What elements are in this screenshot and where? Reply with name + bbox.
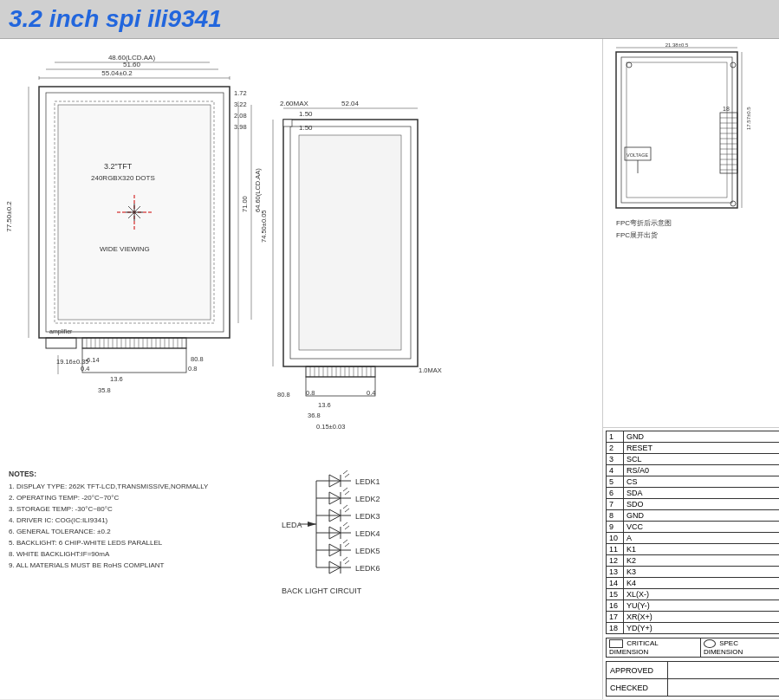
pin-number: 17: [607, 612, 624, 623]
pin-name: K2: [624, 555, 780, 567]
svg-text:52.04: 52.04: [341, 100, 360, 107]
svg-text:74.50±0.05: 74.50±0.05: [260, 211, 268, 243]
svg-text:48.60(LCD.AA): 48.60(LCD.AA): [108, 54, 156, 62]
pin-number: 14: [607, 578, 624, 589]
pin-number: 3: [607, 454, 624, 465]
fpc-svg: VOLTAGE 18: [607, 43, 779, 303]
legend-table: CRITICAL DIMENSION SPEC DIMENSION: [606, 638, 779, 658]
svg-text:1.72: 1.72: [234, 89, 247, 97]
svg-text:NOTES:: NOTES:: [9, 470, 36, 478]
svg-line-123: [345, 526, 349, 529]
svg-line-110: [343, 488, 347, 491]
critical-icon: [609, 639, 623, 648]
svg-text:240RGBX320 DOTS: 240RGBX320 DOTS: [91, 174, 155, 182]
svg-text:36.8: 36.8: [308, 412, 321, 419]
svg-line-117: [345, 509, 349, 512]
svg-text:6. GENERAL TOLERANCE: ±0.2: 6. GENERAL TOLERANCE: ±0.2: [9, 528, 111, 535]
pin-number: 1: [607, 431, 624, 443]
pin-number: 8: [607, 510, 624, 522]
pin-name: YU(Y-): [624, 600, 780, 612]
svg-line-129: [345, 543, 349, 547]
pin-name: XL(X-): [624, 589, 780, 600]
svg-text:WIDE VIEWING: WIDE VIEWING: [100, 245, 150, 253]
svg-text:18: 18: [723, 106, 730, 112]
svg-text:0.8: 0.8: [188, 365, 197, 373]
svg-text:8. WHITE BACKLIGHT:IF=90mA: 8. WHITE BACKLIGHT:IF=90mA: [9, 550, 110, 558]
pin-name: YD(Y+): [624, 623, 780, 634]
fpc-diagram: VOLTAGE 18: [603, 39, 779, 428]
svg-line-135: [345, 561, 349, 564]
approved-label: APPROVED: [607, 662, 668, 679]
pin-name: RESET: [624, 443, 780, 454]
pin-number: 15: [607, 589, 624, 600]
pin-name: K3: [624, 567, 780, 578]
svg-text:0.15±0.03: 0.15±0.03: [316, 423, 345, 431]
svg-text:0.4: 0.4: [81, 365, 89, 373]
right-panel: VOLTAGE 18: [602, 39, 779, 699]
svg-text:80.8: 80.8: [277, 391, 290, 399]
svg-line-122: [343, 522, 347, 526]
svg-text:LEDA: LEDA: [282, 521, 302, 529]
approved-value: [667, 662, 779, 679]
checked-label: CHECKED: [607, 679, 668, 697]
pin-number: 16: [607, 600, 624, 612]
svg-text:LEDK1: LEDK1: [355, 477, 380, 486]
pin-number: 13: [607, 567, 624, 578]
svg-text:LEDK6: LEDK6: [355, 564, 380, 573]
svg-point-172: [730, 201, 736, 206]
svg-text:2.08: 2.08: [234, 112, 247, 120]
svg-line-116: [343, 505, 347, 509]
title-bar: 3.2 inch spi ili9341: [0, 0, 779, 39]
pin-table-section: 1GND2RESET3SCL4RS/A05CS6SDA7SDO8GND9VCC1…: [603, 428, 779, 699]
svg-text:51.60: 51.60: [123, 61, 141, 68]
svg-rect-68: [299, 135, 401, 350]
page-title: 3.2 inch spi ili9341: [9, 5, 222, 32]
pin-name: GND: [624, 510, 780, 522]
spec-legend: SPEC DIMENSION: [700, 638, 779, 658]
svg-text:LEDK2: LEDK2: [355, 495, 380, 503]
svg-text:1. DISPLAY TYPE: 262K TFT-LCD,: 1. DISPLAY TYPE: 262K TFT-LCD,TRANSMISSI…: [9, 483, 209, 490]
pin-name: XR(X+): [624, 612, 780, 623]
pin-name: A: [624, 533, 780, 544]
svg-text:3. STORAGE TEMP: -30°C~80°C: 3. STORAGE TEMP: -30°C~80°C: [9, 505, 113, 513]
svg-text:64.60(LCD.AA): 64.60(LCD.AA): [254, 168, 262, 212]
svg-text:0.8: 0.8: [306, 389, 315, 397]
svg-rect-153: [626, 62, 727, 198]
page-container: 3.2 inch spi ili9341: [0, 0, 779, 700]
pin-table: 1GND2RESET3SCL4RS/A05CS6SDA7SDO8GND9VCC1…: [606, 431, 779, 634]
svg-text:21.38±0.5: 21.38±0.5: [665, 43, 689, 48]
svg-text:amplifier: amplifier: [49, 328, 73, 335]
svg-text:1.50: 1.50: [299, 110, 313, 118]
spec-icon: [704, 639, 716, 648]
svg-text:6.14: 6.14: [87, 356, 100, 364]
svg-text:0.4: 0.4: [367, 389, 375, 397]
svg-text:2. OPERATING TEMP: -20°C~70°C: 2. OPERATING TEMP: -20°C~70°C: [9, 494, 119, 502]
svg-text:13.6: 13.6: [318, 401, 331, 409]
svg-text:LEDK4: LEDK4: [355, 529, 380, 538]
pin-number: 4: [607, 465, 624, 476]
svg-text:35.8: 35.8: [98, 386, 111, 394]
svg-line-128: [343, 540, 347, 543]
svg-text:BACK LIGHT CIRCUIT: BACK LIGHT CIRCUIT: [282, 587, 362, 595]
svg-text:2.60MAX: 2.60MAX: [280, 100, 309, 107]
svg-text:4. DRIVER IC: COG(IC:ILI9341): 4. DRIVER IC: COG(IC:ILI9341): [9, 516, 108, 524]
svg-rect-157: [720, 113, 737, 173]
pin-number: 10: [607, 533, 624, 544]
svg-text:17.57±0.5: 17.57±0.5: [746, 107, 751, 130]
pin-name: RS/A0: [624, 465, 780, 476]
svg-rect-86: [306, 377, 375, 396]
checked-value: [667, 679, 779, 697]
pin-name: VCC: [624, 522, 780, 533]
svg-line-134: [343, 557, 347, 561]
svg-text:13.6: 13.6: [110, 375, 123, 383]
svg-text:FPC弯折后示意图: FPC弯折后示意图: [616, 219, 672, 227]
svg-line-111: [345, 491, 349, 495]
svg-text:55.04±0.2: 55.04±0.2: [101, 69, 133, 77]
svg-text:FPC展开出货: FPC展开出货: [616, 231, 658, 239]
pin-number: 9: [607, 522, 624, 533]
svg-line-104: [343, 470, 347, 474]
svg-point-170: [626, 62, 632, 68]
svg-text:3.98: 3.98: [234, 123, 247, 131]
pin-name: SCL: [624, 454, 780, 465]
svg-text:71.00: 71.00: [241, 196, 249, 212]
